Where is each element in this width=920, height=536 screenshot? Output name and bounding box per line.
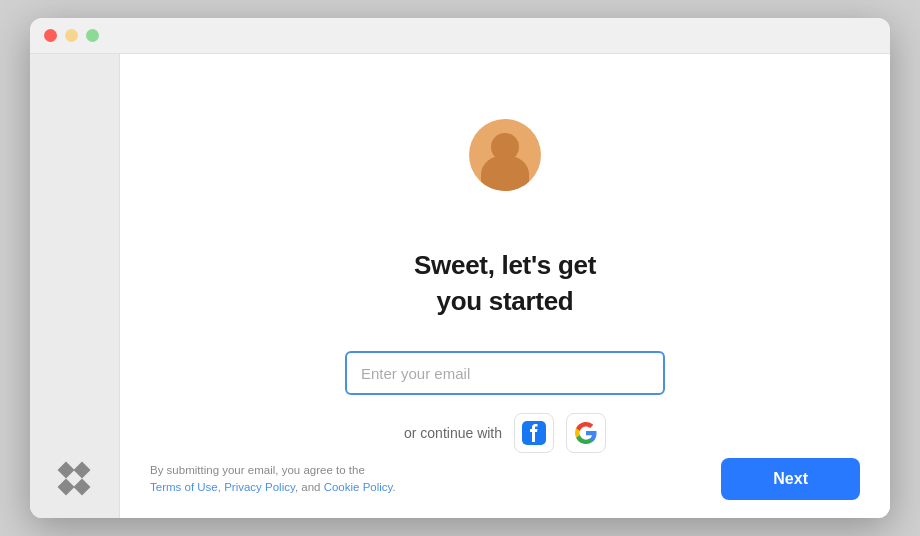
avatar-wrapper: [469, 119, 541, 219]
minimize-button[interactable]: [65, 29, 78, 42]
privacy-link[interactable]: Privacy Policy: [224, 481, 295, 493]
titlebar: [30, 18, 890, 54]
social-login-row: or continue with: [404, 413, 606, 453]
next-button[interactable]: Next: [721, 458, 860, 500]
footer: By submitting your email, you agree to t…: [120, 458, 890, 500]
app-logo: [60, 464, 90, 494]
maximize-button[interactable]: [86, 29, 99, 42]
email-input[interactable]: [345, 351, 665, 395]
app-window: Sweet, let's get you started or continue…: [30, 18, 890, 518]
avatar: [469, 119, 541, 191]
terms-link[interactable]: Terms of Use: [150, 481, 218, 493]
google-login-button[interactable]: [566, 413, 606, 453]
google-icon: [574, 421, 598, 445]
cookie-link[interactable]: Cookie Policy: [324, 481, 393, 493]
terms-text: By submitting your email, you agree to t…: [150, 462, 396, 497]
facebook-login-button[interactable]: [514, 413, 554, 453]
main-content: Sweet, let's get you started or continue…: [120, 54, 890, 518]
or-label: or continue with: [404, 425, 502, 441]
facebook-icon: [522, 421, 546, 445]
close-button[interactable]: [44, 29, 57, 42]
sidebar: [30, 54, 120, 518]
page-heading: Sweet, let's get you started: [414, 247, 596, 320]
